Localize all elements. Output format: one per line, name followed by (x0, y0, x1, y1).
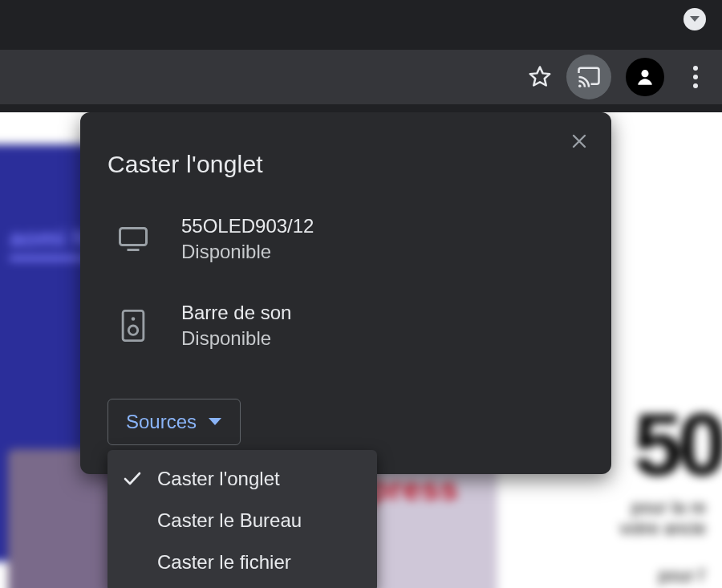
close-button[interactable] (568, 130, 590, 152)
window-titlebar (0, 0, 722, 39)
device-name: Barre de son (181, 302, 291, 324)
cast-popup: Caster l'onglet 55OLED903/12 Disponible … (80, 112, 611, 474)
profile-avatar-button[interactable] (626, 58, 664, 96)
background-banner-text: aomi N (10, 225, 90, 252)
svg-point-4 (132, 317, 136, 321)
ad-line-1: pour la re (619, 497, 706, 518)
cast-device-row[interactable]: 55OLED903/12 Disponible (117, 215, 584, 263)
background-red-text: press (369, 471, 459, 507)
close-icon (571, 133, 587, 149)
svg-point-1 (641, 70, 648, 77)
svg-point-5 (128, 326, 137, 335)
device-name: 55OLED903/12 (181, 215, 314, 237)
kebab-menu-icon[interactable] (683, 66, 708, 88)
sources-menu-item-cast-tab[interactable]: Caster l'onglet (107, 458, 377, 500)
tab-dropdown-button[interactable] (683, 8, 706, 30)
chevron-down-icon (208, 417, 222, 427)
sources-menu-item-label: Caster l'onglet (157, 468, 280, 490)
device-status: Disponible (181, 327, 291, 350)
sources-button-label: Sources (126, 411, 197, 433)
sources-menu: Caster l'onglet Caster le Bureau Caster … (107, 450, 377, 588)
speaker-icon (117, 310, 149, 342)
sources-menu-item-label: Caster le fichier (157, 551, 291, 574)
ad-big-number: 50 (634, 393, 722, 495)
cast-popup-title: Caster l'onglet (107, 151, 584, 178)
page-viewport: aomi N press 50 pour la re votre ancie p… (0, 112, 722, 588)
toolbar-gap (0, 39, 722, 50)
sources-menu-item-label: Caster le Bureau (157, 509, 302, 532)
cast-device-list: 55OLED903/12 Disponible Barre de son Dis… (107, 215, 584, 350)
browser-toolbar (0, 50, 722, 104)
sources-menu-item-cast-file[interactable]: Caster le fichier (107, 541, 377, 583)
toolbar-shadow (0, 104, 722, 112)
ad-line-2: votre ancie (619, 518, 706, 539)
sources-menu-item-cast-desktop[interactable]: Caster le Bureau (107, 500, 377, 541)
check-icon (122, 472, 143, 486)
svg-point-0 (578, 85, 582, 88)
ad-line-3: pour l' (659, 566, 706, 586)
svg-rect-2 (120, 229, 147, 245)
bookmark-star-icon[interactable] (528, 65, 552, 89)
device-status: Disponible (181, 241, 314, 263)
tv-icon (117, 227, 149, 251)
cast-toolbar-button[interactable] (566, 55, 611, 99)
cast-device-row[interactable]: Barre de son Disponible (117, 302, 584, 350)
sources-dropdown-button[interactable]: Sources (107, 399, 241, 445)
